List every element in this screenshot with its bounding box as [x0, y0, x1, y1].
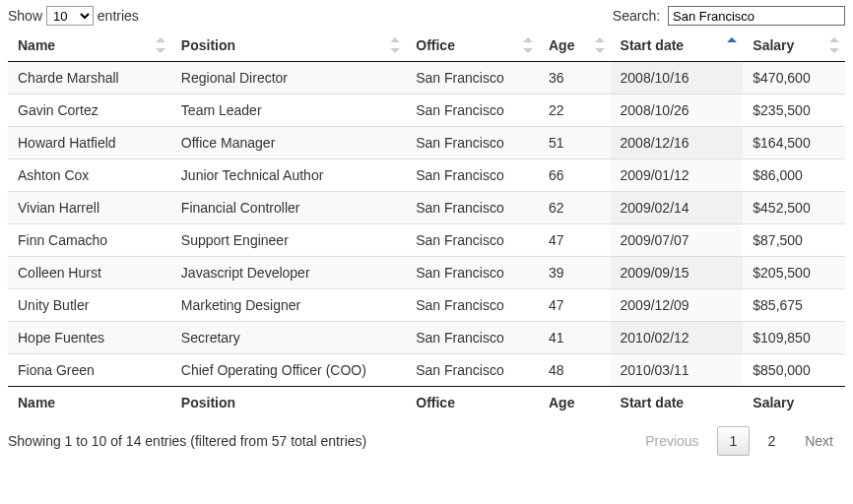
- cell-office: San Francisco: [406, 159, 539, 192]
- cell-name: Howard Hatfield: [8, 127, 171, 159]
- col-footer-office: Office: [406, 387, 539, 419]
- cell-salary: $164,500: [743, 127, 845, 159]
- cell-office: San Francisco: [406, 257, 539, 289]
- cell-office: San Francisco: [406, 94, 539, 127]
- cell-office: San Francisco: [406, 62, 539, 94]
- cell-start_date: 2008/12/16: [611, 127, 744, 159]
- col-footer-position: Position: [171, 387, 406, 419]
- length-suffix: entries: [98, 8, 139, 24]
- sort-icon: [156, 37, 165, 53]
- col-header-label: Salary: [753, 37, 794, 53]
- cell-age: 22: [539, 94, 611, 127]
- cell-name: Gavin Cortez: [8, 94, 171, 127]
- cell-position: Support Engineer: [171, 224, 406, 257]
- cell-start_date: 2010/03/11: [611, 354, 744, 387]
- cell-salary: $85,675: [743, 289, 845, 322]
- cell-position: Junior Technical Author: [171, 159, 406, 192]
- cell-name: Colleen Hurst: [8, 257, 171, 289]
- col-header-salary[interactable]: Salary: [743, 30, 845, 62]
- cell-start_date: 2010/02/12: [611, 322, 744, 354]
- cell-office: San Francisco: [406, 224, 539, 257]
- paginate-previous[interactable]: Previous: [633, 427, 710, 455]
- cell-salary: $452,500: [743, 192, 845, 224]
- cell-position: Financial Controller: [171, 192, 406, 224]
- cell-position: Regional Director: [171, 62, 406, 94]
- length-prefix: Show: [8, 8, 42, 24]
- sort-icon: [523, 37, 533, 53]
- cell-salary: $86,000: [743, 159, 845, 192]
- table-row: Gavin CortezTeam LeaderSan Francisco2220…: [8, 94, 845, 127]
- search-input[interactable]: [668, 6, 845, 26]
- cell-position: Marketing Designer: [171, 289, 406, 322]
- table-row: Unity ButlerMarketing DesignerSan Franci…: [8, 289, 845, 322]
- cell-name: Vivian Harrell: [8, 192, 171, 224]
- cell-start_date: 2009/09/15: [611, 257, 744, 289]
- col-footer-name: Name: [8, 387, 171, 419]
- cell-position: Javascript Developer: [171, 257, 406, 289]
- table-foot: NamePositionOfficeAgeStart dateSalary: [8, 387, 845, 419]
- cell-office: San Francisco: [406, 289, 539, 322]
- cell-name: Fiona Green: [8, 354, 171, 387]
- table-row: Ashton CoxJunior Technical AuthorSan Fra…: [8, 159, 845, 192]
- cell-salary: $109,850: [743, 322, 845, 354]
- table-row: Howard HatfieldOffice ManagerSan Francis…: [8, 127, 845, 159]
- cell-start_date: 2009/02/14: [611, 192, 744, 224]
- cell-start_date: 2008/10/16: [611, 62, 744, 94]
- cell-age: 48: [539, 354, 611, 387]
- sort-icon: [390, 37, 400, 53]
- cell-age: 47: [539, 224, 611, 257]
- col-header-position[interactable]: Position: [171, 30, 406, 62]
- pagination: Previous12Next: [633, 426, 845, 456]
- cell-age: 62: [539, 192, 611, 224]
- cell-office: San Francisco: [406, 322, 539, 354]
- paginate-page-1[interactable]: 1: [717, 426, 751, 456]
- paginate-next[interactable]: Next: [793, 427, 845, 455]
- col-header-office[interactable]: Office: [406, 30, 539, 62]
- cell-age: 51: [539, 127, 611, 159]
- length-select[interactable]: 102550100: [46, 6, 94, 26]
- table-row: Finn CamachoSupport EngineerSan Francisc…: [8, 224, 845, 257]
- col-footer-age: Age: [539, 387, 611, 419]
- cell-age: 39: [539, 257, 611, 289]
- cell-age: 66: [539, 159, 611, 192]
- search-control: Search:: [613, 6, 845, 26]
- cell-name: Hope Fuentes: [8, 322, 171, 354]
- sort-icon: [829, 37, 839, 53]
- cell-salary: $850,000: [743, 354, 845, 387]
- paginate-page-2[interactable]: 2: [755, 427, 787, 455]
- col-header-label: Age: [549, 37, 574, 53]
- cell-position: Chief Operating Officer (COO): [171, 354, 406, 387]
- table-row: Charde MarshallRegional DirectorSan Fran…: [8, 62, 845, 94]
- cell-position: Office Manager: [171, 127, 406, 159]
- sort-icon: [595, 37, 605, 53]
- cell-name: Charde Marshall: [8, 62, 171, 94]
- cell-start_date: 2009/12/09: [611, 289, 744, 322]
- length-control: Show 102550100 entries: [8, 6, 139, 26]
- table-controls-top: Show 102550100 entries Search:: [8, 6, 845, 26]
- cell-age: 47: [539, 289, 611, 322]
- col-footer-salary: Salary: [743, 387, 845, 419]
- table-info: Showing 1 to 10 of 14 entries (filtered …: [8, 433, 366, 449]
- sort-icon: [727, 37, 737, 53]
- table-body: Charde MarshallRegional DirectorSan Fran…: [8, 62, 845, 387]
- col-header-age[interactable]: Age: [539, 30, 611, 62]
- search-label: Search:: [613, 8, 660, 24]
- col-header-label: Name: [18, 37, 55, 53]
- table-row: Fiona GreenChief Operating Officer (COO)…: [8, 354, 845, 387]
- cell-office: San Francisco: [406, 192, 539, 224]
- cell-salary: $470,600: [743, 62, 845, 94]
- cell-salary: $205,500: [743, 257, 845, 289]
- table-row: Colleen HurstJavascript DeveloperSan Fra…: [8, 257, 845, 289]
- col-header-label: Position: [181, 37, 235, 53]
- cell-age: 41: [539, 322, 611, 354]
- col-header-label: Start date: [621, 37, 685, 53]
- table-controls-bottom: Showing 1 to 10 of 14 entries (filtered …: [8, 426, 845, 456]
- cell-position: Secretary: [171, 322, 406, 354]
- col-header-start_date[interactable]: Start date: [611, 30, 744, 62]
- table-head: NamePositionOfficeAgeStart dateSalary: [8, 30, 845, 62]
- cell-salary: $235,500: [743, 94, 845, 127]
- cell-start_date: 2009/07/07: [611, 224, 744, 257]
- cell-position: Team Leader: [171, 94, 406, 127]
- col-header-name[interactable]: Name: [8, 30, 171, 62]
- cell-salary: $87,500: [743, 224, 845, 257]
